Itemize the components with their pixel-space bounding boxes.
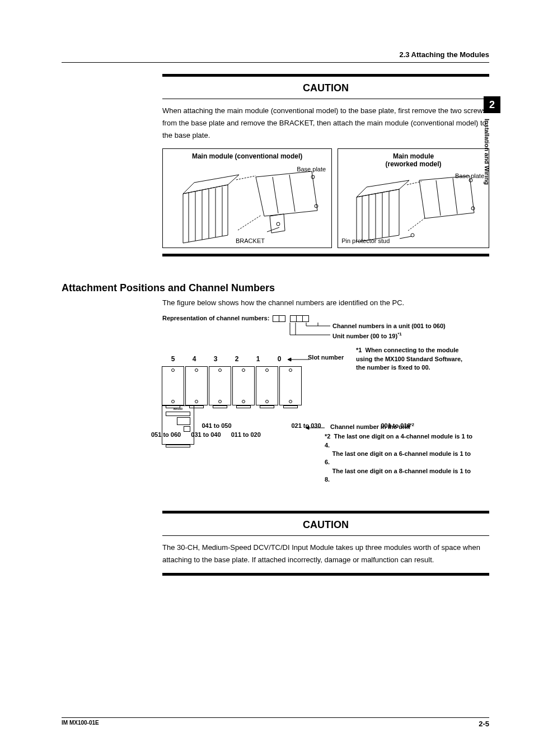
callout-unit-number: Unit number (00 to 19): [332, 333, 397, 339]
note2-l3: The last one digit on a 8-channel module…: [325, 468, 471, 483]
svg-point-4: [315, 204, 318, 208]
slot-0: 0: [277, 355, 282, 363]
svg-line-30: [407, 181, 421, 185]
slot-2: 2: [234, 355, 240, 363]
svg-line-17: [267, 227, 279, 232]
note1-label: *1: [356, 347, 362, 353]
figure-title-l1: Main module: [343, 152, 484, 160]
svg-marker-37: [306, 426, 309, 430]
callout-unit-sup: *1: [397, 332, 402, 337]
svg-line-1: [273, 177, 278, 213]
figure-reworked-model: Main module (reworked model): [338, 148, 489, 248]
svg-line-20: [453, 178, 457, 214]
svg-line-19: [436, 180, 441, 216]
header-rule: [62, 62, 489, 63]
caution-title: CAUTION: [162, 519, 489, 531]
channel-ranges-bottom: 051 to 060 x 031 to 040 x 011 to 020: [151, 431, 261, 438]
slot-4: 4: [191, 355, 197, 363]
caution-rule: [162, 573, 489, 576]
header-section-ref: 2.3 Attaching the Modules: [162, 50, 489, 59]
footer-doc-id: IM MX100-01E: [62, 720, 99, 728]
callout-channel-in-unit: Channel numbers in a unit (001 to 060): [332, 323, 446, 329]
figure-label-pinstud: Pin protector stud: [341, 237, 390, 244]
callout-channel-sup: *2: [410, 422, 414, 427]
svg-line-2: [289, 175, 295, 212]
svg-marker-35: [288, 358, 291, 361]
device-illustration: MX100: [162, 366, 330, 410]
callout-channel-number: Channel number in the unit: [330, 423, 410, 430]
svg-point-6: [277, 222, 280, 226]
slot-1: 1: [255, 355, 261, 363]
figure-conventional-model: Main module (conventional model): [162, 148, 332, 248]
caution-sub-rule: [162, 535, 489, 536]
caution-block-1: CAUTION When attaching the main module (…: [162, 74, 489, 256]
figure-label-bracket: BRACKET: [236, 237, 265, 244]
note1-text: When connecting to the module using the …: [356, 347, 462, 371]
note2-label: *2: [325, 433, 330, 440]
note2-l1: The last one digit on a 4-channel module…: [325, 433, 472, 448]
figure-title-l2: (reworked model): [343, 160, 484, 168]
section-heading: Attachment Positions and Channel Numbers: [62, 282, 489, 294]
slot-5: 5: [170, 355, 176, 363]
footer-page-number: 2-5: [479, 720, 489, 728]
channel-diagram: Representation of channel numbers: Chann…: [162, 315, 489, 511]
slot-number-label: Slot number: [308, 354, 344, 361]
channel-arrow-icon: [302, 423, 330, 432]
caution-block-2: CAUTION The 30-CH, Medium-Speed DCV/TC/D…: [162, 511, 489, 576]
caution-rule: [162, 74, 489, 77]
section-intro: The figure below shows how the channel n…: [162, 298, 489, 307]
device-model-label: MX100: [174, 407, 182, 410]
svg-marker-0: [256, 171, 317, 216]
range-011-020: 011 to 020: [231, 431, 261, 438]
svg-line-15: [236, 176, 256, 180]
figure-label-baseplate: Base plate: [297, 166, 326, 172]
figure-label-baseplate: Base plate: [455, 172, 484, 179]
svg-marker-14: [183, 175, 239, 194]
caution-rule: [162, 511, 489, 514]
caution-title: CAUTION: [162, 82, 489, 94]
range-041-050: 041 to 050: [196, 422, 237, 429]
svg-marker-18: [419, 176, 474, 218]
range-051-060: 051 to 060: [151, 431, 181, 438]
note2-l2: The last one digit on a 6-channel module…: [325, 450, 471, 465]
callout-lines-icon: [162, 315, 481, 348]
caution-body-text: The 30-CH, Medium-Speed DCV/TC/DI Input …: [162, 542, 489, 566]
caution-body-text: When attaching the main module (conventi…: [162, 105, 489, 142]
svg-marker-29: [357, 180, 409, 197]
caution-rule: [162, 254, 489, 256]
module-drawing-icon: [172, 160, 323, 244]
svg-marker-23: [357, 189, 399, 242]
slot-3: 3: [213, 355, 218, 363]
slot-number-row: 5 4 3 2 1 0: [170, 355, 282, 363]
figure-title: Main module (conventional model): [167, 152, 327, 160]
svg-line-31: [408, 217, 426, 231]
caution-sub-rule: [162, 99, 489, 99]
svg-line-33: [400, 236, 411, 239]
page-footer: IM MX100-01E 2-5: [62, 717, 489, 728]
svg-marker-7: [183, 185, 228, 243]
chapter-number-badge: 2: [484, 96, 500, 113]
svg-point-22: [471, 207, 475, 210]
range-031-040: 031 to 040: [191, 431, 221, 438]
svg-line-16: [238, 215, 261, 230]
